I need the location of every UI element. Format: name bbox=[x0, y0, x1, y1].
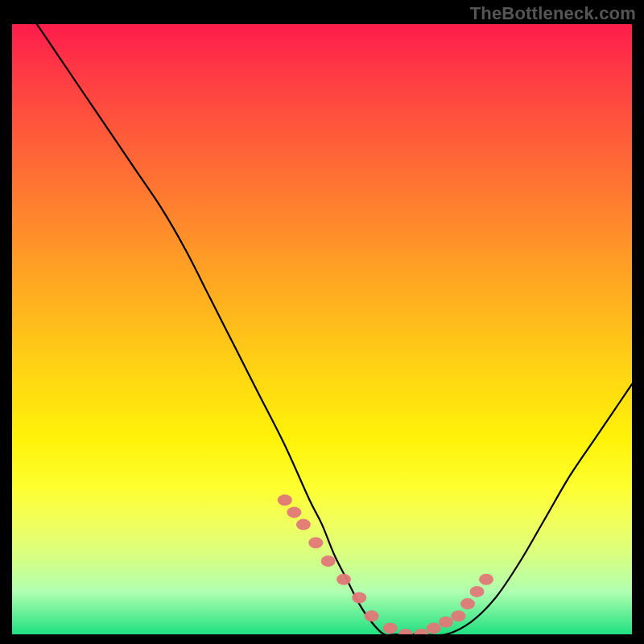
curve-marker bbox=[296, 519, 311, 530]
curve-marker bbox=[427, 622, 441, 634]
curve-marker bbox=[439, 617, 453, 628]
curve-marker bbox=[398, 629, 413, 634]
curve-marker bbox=[278, 494, 292, 506]
curve-marker bbox=[470, 586, 485, 597]
curve-marker bbox=[451, 610, 465, 621]
curve-marker bbox=[460, 598, 475, 609]
curve-marker bbox=[414, 629, 428, 634]
curve-marker bbox=[479, 574, 493, 585]
curve-markers bbox=[278, 494, 493, 634]
chart-frame: TheBottleneck.com bbox=[0, 0, 644, 644]
curve-marker bbox=[383, 622, 398, 634]
curve-marker bbox=[321, 555, 336, 567]
curve-svg bbox=[12, 24, 632, 634]
curve-marker bbox=[287, 506, 301, 518]
plot-outer bbox=[12, 24, 632, 634]
watermark-text: TheBottleneck.com bbox=[470, 3, 636, 24]
curve-marker bbox=[336, 574, 351, 585]
curve-marker bbox=[365, 610, 379, 621]
curve-marker bbox=[352, 592, 366, 604]
curve-marker bbox=[308, 537, 323, 548]
bottleneck-curve bbox=[37, 24, 632, 634]
